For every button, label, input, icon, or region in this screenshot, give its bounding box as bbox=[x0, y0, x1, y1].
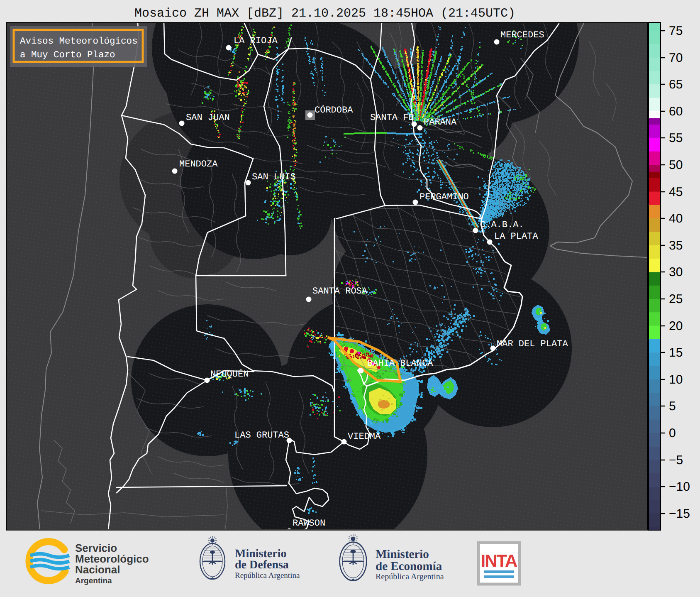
svg-text:de Economía: de Economía bbox=[376, 560, 442, 573]
svg-text:CÓRDOBA: CÓRDOBA bbox=[315, 105, 353, 115]
svg-text:65: 65 bbox=[669, 78, 683, 91]
svg-text:70: 70 bbox=[669, 51, 683, 65]
svg-text:30: 30 bbox=[669, 265, 683, 279]
svg-text:5: 5 bbox=[669, 399, 676, 413]
svg-text:0: 0 bbox=[669, 426, 676, 440]
svg-text:10: 10 bbox=[669, 373, 683, 387]
svg-text:15: 15 bbox=[669, 346, 683, 360]
svg-text:C.A.B.A.: C.A.B.A. bbox=[480, 220, 524, 230]
svg-text:RAWSON: RAWSON bbox=[293, 518, 325, 528]
svg-text:SANTA FE: SANTA FE bbox=[370, 113, 414, 123]
svg-text:MERCEDES: MERCEDES bbox=[500, 30, 544, 40]
svg-text:PERGAMINO: PERGAMINO bbox=[420, 192, 469, 202]
svg-text:INTA: INTA bbox=[481, 551, 518, 570]
svg-text:55: 55 bbox=[669, 131, 683, 145]
svg-text:Argentina: Argentina bbox=[75, 577, 112, 585]
svg-text:SAN JUAN: SAN JUAN bbox=[186, 113, 230, 123]
svg-text:LAS GRUTAS: LAS GRUTAS bbox=[234, 430, 289, 440]
svg-text:MENDOZA: MENDOZA bbox=[179, 159, 218, 169]
svg-text:−15: −15 bbox=[669, 507, 690, 521]
svg-text:Avisos Meteorológicos: Avisos Meteorológicos bbox=[20, 36, 138, 46]
svg-text:75: 75 bbox=[669, 24, 683, 38]
svg-text:60: 60 bbox=[669, 105, 683, 118]
svg-text:LA PLATA: LA PLATA bbox=[494, 231, 538, 242]
svg-text:25: 25 bbox=[669, 292, 683, 306]
svg-text:PARANA: PARANA bbox=[424, 117, 457, 127]
svg-text:LA RIOJA: LA RIOJA bbox=[234, 36, 278, 46]
svg-text:45: 45 bbox=[669, 185, 683, 199]
svg-text:50: 50 bbox=[669, 158, 683, 172]
svg-text:Nacional: Nacional bbox=[75, 563, 120, 576]
svg-text:−10: −10 bbox=[669, 480, 690, 494]
svg-text:40: 40 bbox=[669, 212, 683, 225]
svg-text:a Muy Corto Plazo: a Muy Corto Plazo bbox=[20, 49, 115, 60]
svg-text:MAR DEL PLATA: MAR DEL PLATA bbox=[497, 339, 568, 349]
svg-text:Ministerio: Ministerio bbox=[376, 548, 429, 561]
svg-text:República Argentina: República Argentina bbox=[376, 572, 444, 581]
svg-text:República Argentina: República Argentina bbox=[235, 571, 300, 580]
svg-text:SANTA ROSA: SANTA ROSA bbox=[312, 286, 368, 296]
svg-text:Mosaico ZH MAX [dBZ] 21.10.202: Mosaico ZH MAX [dBZ] 21.10.2025 18:45HOA… bbox=[134, 7, 515, 21]
svg-text:SAN LUIS: SAN LUIS bbox=[252, 172, 296, 182]
svg-text:−5: −5 bbox=[669, 453, 683, 467]
svg-text:BAHÍA BLANCA: BAHÍA BLANCA bbox=[367, 358, 433, 369]
svg-text:35: 35 bbox=[669, 239, 683, 252]
svg-text:20: 20 bbox=[669, 319, 683, 333]
svg-text:de Defensa: de Defensa bbox=[235, 558, 289, 571]
svg-text:VIEDMA: VIEDMA bbox=[348, 431, 381, 442]
svg-text:NEUQUÉN: NEUQUÉN bbox=[210, 369, 249, 379]
